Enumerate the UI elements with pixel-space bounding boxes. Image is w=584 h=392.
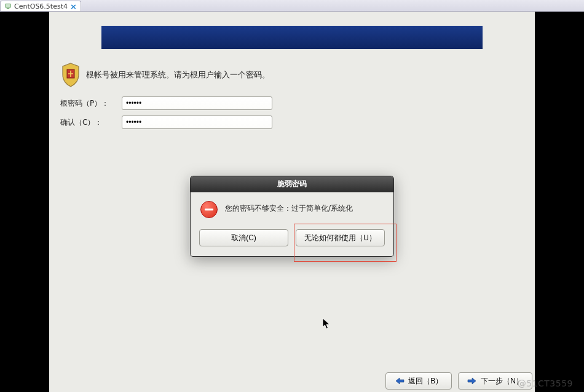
root-password-input[interactable]	[122, 96, 272, 110]
back-button[interactable]: 返回（B）	[385, 372, 452, 390]
dialog-title: 脆弱密码	[191, 176, 393, 192]
intro-text: 根帐号被用来管理系统。请为根用户输入一个密码。	[86, 69, 270, 80]
mouse-cursor-icon	[322, 318, 331, 330]
arrow-left-icon	[395, 377, 404, 385]
cancel-button[interactable]: 取消(C)	[199, 229, 288, 246]
installer-banner	[101, 26, 483, 49]
error-icon	[200, 201, 218, 218]
root-password-label: 根密码（P）：	[60, 98, 122, 109]
dialog-message: 您的密码不够安全：过于简单化/系统化	[225, 201, 353, 214]
dialog-button-row: 取消(C) 无论如何都使用（U）	[191, 224, 393, 256]
svg-rect-0	[6, 4, 11, 7]
confirm-password-label: 确认（C）：	[60, 117, 122, 128]
installer-window: 根帐号被用来管理系统。请为根用户输入一个密码。 根密码（P）： 确认（C）： 脆…	[49, 12, 535, 392]
dialog-body: 您的密码不够安全：过于简单化/系统化	[191, 192, 393, 224]
tab-title: CentOS6.5test4	[14, 2, 68, 10]
arrow-right-icon	[467, 377, 477, 385]
root-password-form: 根密码（P）： 确认（C）：	[60, 96, 272, 129]
confirm-password-input[interactable]	[122, 116, 272, 129]
use-anyway-button[interactable]: 无论如何都使用（U）	[296, 229, 385, 246]
back-button-label: 返回（B）	[408, 376, 443, 386]
intro-row: 根帐号被用来管理系统。请为根用户输入一个密码。	[60, 62, 270, 88]
tab-close-icon[interactable]: ×	[70, 2, 77, 10]
next-button[interactable]: 下一步（N）	[458, 372, 532, 390]
vm-tab[interactable]: CentOS6.5test4 ×	[0, 1, 81, 11]
shield-icon	[60, 62, 81, 88]
tab-bar: CentOS6.5test4 ×	[0, 0, 584, 12]
svg-rect-1	[7, 8, 10, 9]
weak-password-dialog: 脆弱密码 您的密码不够安全：过于简单化/系统化 取消(C) 无论如何都使用（U）	[190, 176, 394, 257]
vm-icon	[4, 2, 12, 10]
wizard-nav: 返回（B） 下一步（N）	[385, 372, 532, 390]
vm-viewport: 根帐号被用来管理系统。请为根用户输入一个密码。 根密码（P）： 确认（C）： 脆…	[0, 12, 584, 392]
next-button-label: 下一步（N）	[481, 376, 523, 386]
